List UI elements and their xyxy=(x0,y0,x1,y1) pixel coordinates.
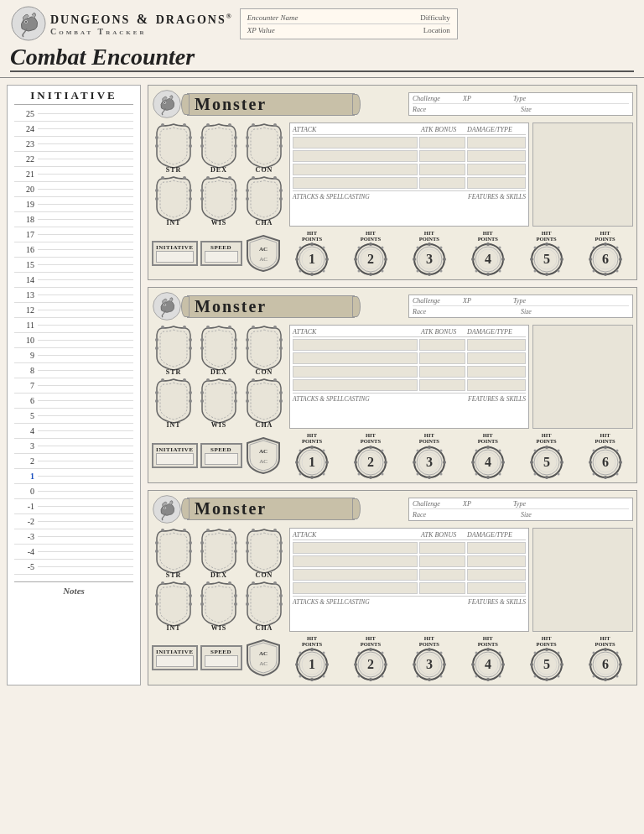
attack-row xyxy=(293,555,526,567)
atk-bonus-cell xyxy=(419,164,465,175)
stats-attacks-row: STR DEX xyxy=(152,325,633,429)
initiative-row: 14 xyxy=(14,273,133,288)
atk-bonus-col-label: ATK BONUS xyxy=(421,126,467,133)
svg-point-53 xyxy=(299,270,302,273)
atk-bonus-cell xyxy=(419,177,465,189)
damage-type-cell xyxy=(467,555,526,567)
initiative-row: -4 xyxy=(14,545,133,560)
initiative-number: 4 xyxy=(14,426,38,435)
svg-point-256 xyxy=(200,594,204,597)
encounter-title-row: Combat Encounter xyxy=(10,44,634,72)
features-content xyxy=(533,123,632,226)
features-skills-label: FEATURES & SKILLS xyxy=(468,395,526,403)
hp-label-5: HITPOINTS xyxy=(537,230,557,242)
info-second-row: Race Size xyxy=(413,511,629,519)
size-label: Size xyxy=(521,511,629,519)
initiative-number: 5 xyxy=(14,411,38,420)
svg-point-15 xyxy=(234,144,237,148)
atk-bonus-cell xyxy=(419,352,465,364)
initiative-number: 7 xyxy=(14,381,38,390)
ability-row-bottom: INT WIS xyxy=(152,175,286,227)
challenge-label: Challenge xyxy=(413,297,463,305)
ability-scores: STR DEX xyxy=(152,528,286,632)
features-skills-label: FEATURES & SKILLS xyxy=(468,193,526,201)
svg-point-135 xyxy=(252,326,255,329)
attacks-header: ATTACK ATK BONUS DAMAGE/TYPE xyxy=(293,126,526,135)
ability-row-top: STR DEX xyxy=(152,528,286,579)
svg-point-196 xyxy=(486,446,490,449)
initiative-line xyxy=(38,506,133,507)
features-section xyxy=(532,325,633,429)
ability-label: INT xyxy=(166,624,180,632)
svg-point-86 xyxy=(501,258,505,261)
initiative-number: 18 xyxy=(14,215,38,224)
svg-point-22 xyxy=(252,123,255,127)
ability-label: INT xyxy=(166,421,180,429)
info-second-row: Race Size xyxy=(413,106,629,113)
initiative-row: 25 xyxy=(14,107,133,122)
hp-circle-6: 6 xyxy=(589,648,622,681)
atk-bonus-cell xyxy=(419,569,465,581)
svg-point-73 xyxy=(413,258,416,261)
svg-point-174 xyxy=(354,461,357,464)
initiative-line xyxy=(38,385,133,386)
svg-point-208 xyxy=(545,446,548,449)
initiative-number: 15 xyxy=(14,260,38,269)
initiative-line xyxy=(38,174,133,175)
initiative-row: 17 xyxy=(14,227,133,242)
svg-point-255 xyxy=(183,581,186,585)
ability-frame-svg xyxy=(200,528,238,575)
svg-point-152 xyxy=(279,399,283,403)
challenge-label: Challenge xyxy=(413,95,463,102)
monster-title: Monster xyxy=(195,95,347,114)
svg-point-37 xyxy=(246,197,249,201)
svg-point-260 xyxy=(206,581,210,585)
svg-point-278 xyxy=(323,651,325,654)
svg-point-290 xyxy=(381,651,383,654)
xp-label: XP xyxy=(463,297,513,305)
initiative-number: 23 xyxy=(14,139,38,149)
initiative-row: 19 xyxy=(14,197,133,212)
hp-label-6: HITPOINTS xyxy=(595,230,615,242)
features-section xyxy=(532,528,633,632)
attack-row xyxy=(293,352,526,364)
encounter-name-label: Encounter Name xyxy=(247,13,314,22)
monster-title-banner: Monster xyxy=(187,295,355,318)
ampersand: & xyxy=(137,12,149,26)
ability-label: DEX xyxy=(210,368,227,376)
svg-point-139 xyxy=(189,391,192,394)
initiative-number: 22 xyxy=(14,154,38,164)
svg-point-215 xyxy=(557,472,559,475)
svg-point-200 xyxy=(475,449,477,451)
svg-point-202 xyxy=(475,472,477,475)
features-content xyxy=(533,326,632,428)
initiative-line xyxy=(38,113,133,114)
svg-point-149 xyxy=(246,391,249,394)
svg-point-131 xyxy=(246,338,249,341)
svg-point-224 xyxy=(592,449,595,451)
svg-text:2: 2 xyxy=(367,657,374,671)
svg-point-254 xyxy=(161,581,164,585)
svg-point-339 xyxy=(592,675,595,677)
hp-label-4: HITPOINTS xyxy=(478,432,498,444)
features-content xyxy=(533,529,632,631)
initiative-number: 19 xyxy=(14,200,38,209)
svg-point-133 xyxy=(279,338,283,341)
initiative-line xyxy=(38,159,133,159)
xp-value-label: XP Value xyxy=(247,26,314,34)
initiative-line xyxy=(38,325,133,326)
monster-header: Monster Challenge XP Type Race Size xyxy=(152,89,633,119)
tracker-subtitle: Combat Tracker xyxy=(50,27,233,36)
svg-point-211 xyxy=(560,461,564,464)
ability-row-top: STR DEX xyxy=(152,325,286,376)
initiative-title: INITIATIVE xyxy=(14,89,133,105)
monster-info-box: Challenge XP Type Race Size xyxy=(408,92,633,116)
attacks-section: ATTACK ATK BONUS DAMAGE/TYPE xyxy=(289,122,529,227)
svg-point-337 xyxy=(592,651,595,654)
atk-bonus-cell xyxy=(419,542,465,554)
attack-col-label: ATTACK xyxy=(293,126,421,133)
attack-row xyxy=(293,177,526,189)
svg-text:1: 1 xyxy=(309,657,315,671)
svg-point-250 xyxy=(155,594,158,597)
svg-point-225 xyxy=(615,449,618,451)
